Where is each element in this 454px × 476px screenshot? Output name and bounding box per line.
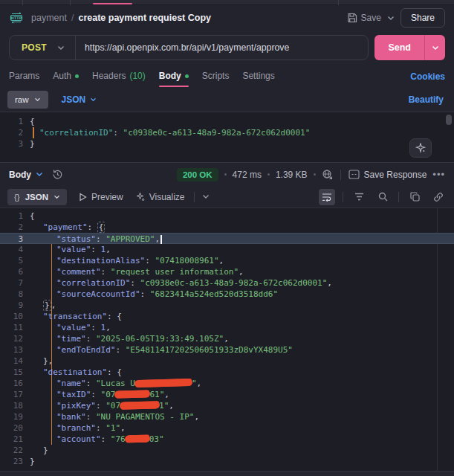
tab-label: Headers	[92, 71, 126, 81]
redaction-scribble	[114, 390, 150, 398]
tabstrip-separator	[70, 0, 71, 5]
url-bar-row: POST https://api.openpix.com.br/api/v1/p…	[0, 30, 454, 66]
code-line-8[interactable]: 8"sourceAccountId": "6823414a524ed520d35…	[0, 289, 454, 300]
response-format-dropdown[interactable]: {} JSON	[7, 189, 67, 205]
tab-settings[interactable]: Settings	[242, 66, 274, 87]
line-number: 22	[0, 445, 30, 456]
response-more-actions[interactable]: •••	[432, 169, 445, 180]
tab-auth[interactable]: Auth	[53, 66, 79, 87]
body-format-dropdown[interactable]: JSON	[62, 94, 97, 105]
filter-button[interactable]	[351, 189, 367, 205]
code-line-3[interactable]: 3"status": "APPROVED",	[0, 233, 454, 244]
code-line-17[interactable]: 17"taxID": "0761",	[0, 389, 454, 400]
tab-params[interactable]: Params	[9, 66, 39, 87]
line-number: 5	[0, 255, 30, 266]
tab-scripts[interactable]: Scripts	[202, 66, 230, 87]
code-line-2[interactable]: 2"correlationID": "c0938e0c-a613-48a9-98…	[0, 127, 454, 138]
response-panel-label: Body	[9, 170, 31, 180]
wrap-text-button[interactable]	[319, 189, 335, 205]
copy-button[interactable]	[406, 189, 423, 205]
toolbar-separator	[343, 192, 343, 202]
line-number: 18	[0, 400, 30, 411]
line-number: 6	[0, 266, 30, 277]
send-options-chevron[interactable]	[424, 35, 445, 60]
search-icon	[378, 192, 388, 202]
response-header: Body 200 OK 472 ms 1.39 KB	[0, 163, 454, 186]
body-format-label: JSON	[62, 94, 86, 105]
code-text: "account": "7603"	[30, 434, 164, 445]
code-line-5[interactable]: 5"destinationAlias": "07418008961",	[0, 255, 454, 266]
code-line-12[interactable]: 12"time": "2025-06-05T19:33:49.105Z",	[0, 333, 454, 344]
code-line-14[interactable]: 14},	[0, 356, 454, 367]
code-line-20[interactable]: 20"branch": "1",	[0, 422, 454, 434]
code-line-18[interactable]: 18"pixKey": "071",	[0, 400, 454, 411]
code-line-4[interactable]: 4"value": 1,	[0, 244, 454, 255]
workspace-tabstrip[interactable]	[0, 0, 454, 5]
response-body-editor[interactable]: 1{2"payment": {3"status": "APPROVED",4"v…	[0, 208, 454, 476]
code-text: "branch": "1",	[30, 422, 126, 434]
code-line-1[interactable]: 1{	[0, 210, 454, 222]
body-mode-dropdown[interactable]: raw	[7, 91, 48, 109]
code-line-1[interactable]: 1{	[0, 116, 454, 127]
url-input[interactable]: https://api.openpix.com.br/api/v1/paymen…	[76, 42, 298, 53]
wrap-text-icon	[322, 193, 332, 202]
code-line-11[interactable]: 11"value": 1,	[0, 322, 454, 333]
line-number: 8	[0, 289, 30, 300]
code-line-15[interactable]: 15"destination": {	[0, 367, 454, 378]
code-text: "time": "2025-06-05T19:33:49.105Z",	[30, 333, 229, 344]
more-formats-chevron[interactable]	[202, 194, 210, 199]
request-body-editor[interactable]: 1{2"correlationID": "c0938e0c-a613-48a9-…	[0, 112, 454, 163]
code-text: "status": "APPROVED",	[30, 234, 162, 243]
code-line-19[interactable]: 19"bank": "NU PAGAMENTOS - IP",	[0, 411, 454, 422]
status-badge[interactable]: 200 OK	[177, 168, 218, 181]
code-line-10[interactable]: 10"transaction": {	[0, 311, 454, 322]
code-line-6[interactable]: 6"comment": "request user information",	[0, 266, 454, 277]
chevron-down-icon	[90, 97, 97, 102]
tab-body[interactable]: Body	[159, 66, 189, 87]
response-time[interactable]: 472 ms	[233, 170, 262, 180]
redaction-scribble	[120, 401, 160, 410]
code-line-3[interactable]: 3}	[0, 138, 454, 149]
save-response-button[interactable]: Save Response	[348, 170, 427, 180]
share-button[interactable]: Share	[401, 8, 445, 28]
code-line-16[interactable]: 16"name": "Lucas U",	[0, 378, 454, 389]
line-number: 19	[0, 411, 30, 422]
code-line-2[interactable]: 2"payment": {	[0, 222, 454, 233]
save-button[interactable]: Save	[347, 13, 381, 23]
tab-label: Body	[159, 71, 181, 81]
postman-window: HTTP payment / create payment requiest C…	[0, 0, 454, 476]
response-body-dropdown[interactable]: Body	[9, 170, 43, 180]
line-number: 12	[0, 333, 30, 344]
line-number: 16	[0, 378, 30, 389]
beautify-link[interactable]: Beautify	[409, 94, 447, 105]
breadcrumb-request-title[interactable]: create payment requiest Copy	[78, 13, 211, 23]
send-button[interactable]: Send	[374, 35, 424, 60]
line-number: 21	[0, 434, 30, 445]
line-number: 4	[0, 244, 30, 255]
breadcrumb-collection[interactable]: payment	[31, 13, 67, 23]
cookies-link[interactable]: Cookies	[410, 71, 445, 82]
code-line-7[interactable]: 7"correlationID": "c0938e0c-a613-48a9-98…	[0, 277, 454, 289]
code-text: "taxID": "0761",	[30, 389, 169, 400]
search-button[interactable]	[374, 189, 391, 205]
code-line-9[interactable]: 9},	[0, 300, 454, 311]
toolbar-separator	[398, 192, 399, 202]
method-selector[interactable]: POST	[10, 42, 75, 53]
code-text: "payment": {	[30, 222, 105, 233]
code-line-13[interactable]: 13"endToEndId": "E54811417202506051933zD…	[0, 344, 454, 356]
http-request-icon: HTTP	[9, 12, 24, 24]
line-number: 7	[0, 277, 30, 289]
line-number: 2	[0, 127, 30, 138]
save-options-chevron[interactable]	[387, 16, 395, 21]
code-line-23[interactable]: 23}	[0, 456, 454, 467]
visualize-tab[interactable]: Visualize	[135, 192, 185, 202]
code-line-21[interactable]: 21"account": "7603"	[0, 434, 454, 445]
response-size[interactable]: 1.39 KB	[276, 170, 308, 180]
network-info-icon[interactable]	[322, 169, 333, 180]
preview-tab[interactable]: Preview	[79, 192, 123, 202]
link-button[interactable]	[430, 189, 447, 205]
line-number: 2	[0, 222, 30, 233]
code-line-22[interactable]: 22}	[0, 445, 454, 456]
response-history-icon[interactable]	[52, 169, 63, 180]
tab-headers[interactable]: Headers(10)	[92, 66, 146, 87]
